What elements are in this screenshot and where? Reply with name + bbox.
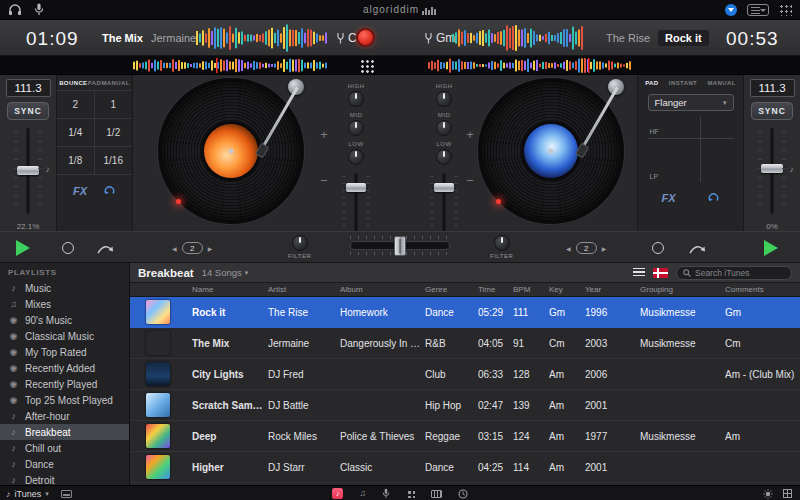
column-header-time[interactable]: Time [478, 285, 513, 294]
crossfader-track[interactable] [350, 241, 450, 250]
deck-b-cue-button[interactable] [688, 242, 706, 255]
cue-points-grid-icon[interactable] [360, 59, 374, 73]
deck-a-pitch-bend-minus[interactable]: − [318, 173, 330, 188]
loop-decrease-icon[interactable]: ◀ [172, 245, 177, 252]
deck-a-pitch-bend-plus[interactable]: + [318, 127, 330, 142]
status-badge-icon[interactable] [725, 4, 737, 16]
key-lock-icon[interactable]: ♪ [46, 164, 51, 174]
volume-fader-deck-a[interactable] [342, 173, 370, 231]
songs-icon[interactable]: ♫ [359, 489, 366, 498]
record-button[interactable] [356, 28, 375, 47]
deck-a-sync-button[interactable]: SYNC [7, 102, 49, 120]
deck-b-tab-manual[interactable]: MANUAL [707, 80, 735, 86]
sidebar-item-breakbeat[interactable]: ♪Breakbeat [0, 424, 129, 440]
bounce-pad-2[interactable]: 2 [57, 91, 95, 119]
sidebar-item-dance[interactable]: ♪Dance [0, 456, 129, 472]
search-input[interactable] [695, 268, 785, 278]
loop-decrease-icon[interactable]: ◀ [566, 245, 571, 252]
column-header-name[interactable]: Name [192, 285, 268, 294]
effect-xy-pad[interactable]: HF LP [648, 116, 734, 182]
table-row-deep[interactable]: DeepRock MilesPolice & ThievesReggae03:1… [130, 421, 800, 452]
deck-a-tab-pad[interactable]: PAD [88, 80, 101, 86]
sidebar-item-after-hour[interactable]: ♪After-hour [0, 408, 129, 424]
bounce-pad-1-4[interactable]: 1/4 [57, 119, 95, 147]
crossfader-handle[interactable] [394, 236, 406, 256]
deck-a-fx-button[interactable]: FX [73, 185, 87, 197]
sidebar-item-my-top-rated[interactable]: ◉My Top Rated [0, 344, 129, 360]
deck-b-play-button[interactable] [764, 240, 778, 256]
deck-a-tab-bounce[interactable]: BOUNCE [59, 80, 87, 86]
column-header-album[interactable]: Album [340, 285, 425, 294]
deck-b-record-toggle[interactable] [652, 242, 664, 254]
column-header-artist[interactable]: Artist [268, 285, 340, 294]
bounce-pad-1-16[interactable]: 1/16 [95, 147, 133, 175]
sidebar-item-chill-out[interactable]: ♪Chill out [0, 440, 129, 456]
sidebar-item-90-s-music[interactable]: ◉90's Music [0, 312, 129, 328]
slider-handle[interactable] [761, 164, 783, 173]
sidebar-item-recently-added[interactable]: ◉Recently Added [0, 360, 129, 376]
song-count-dropdown[interactable]: 14 Songs ▾ [202, 267, 249, 278]
more-options-icon[interactable] [779, 3, 792, 16]
column-header-grouping[interactable]: Grouping [640, 285, 725, 294]
table-row-city-lights[interactable]: City LightsDJ FredClub06:33128Am2006Am -… [130, 359, 800, 390]
table-row-scratch-sample[interactable]: Scratch SampleDJ BattleHip Hop02:47139Am… [130, 390, 800, 421]
slider-handle[interactable] [17, 166, 39, 175]
key-lock-icon[interactable]: ♪ [790, 164, 795, 174]
deck-a-live-waveform[interactable] [196, 24, 328, 52]
column-header-bpm[interactable]: BPM [513, 285, 549, 294]
deck-b-tab-instant[interactable]: INSTANT [669, 80, 697, 86]
deck-a-track-overview[interactable] [133, 58, 330, 73]
deck-b-fx-button[interactable]: FX [661, 192, 675, 204]
eq-high-knob-deck-a[interactable] [348, 91, 364, 107]
effect-selector[interactable]: Flanger ▾ [648, 94, 734, 111]
view-menu-icon[interactable] [747, 4, 769, 16]
loop-increase-icon[interactable]: ▶ [602, 245, 607, 252]
microphone-source-icon[interactable] [382, 488, 390, 499]
deck-a-record-toggle[interactable] [62, 242, 74, 254]
deck-b-sync-button[interactable]: SYNC [751, 102, 793, 120]
deck-b-key-badge[interactable]: Gm [424, 31, 455, 45]
list-view-icon[interactable] [633, 268, 645, 277]
deck-a-filter-knob[interactable] [292, 235, 308, 251]
sidebar-item-recently-played[interactable]: ◉Recently Played [0, 376, 129, 392]
bounce-pad-1-8[interactable]: 1/8 [57, 147, 95, 175]
deck-a-cue-button[interactable] [96, 242, 114, 255]
table-row-the-mix[interactable]: The MixJermaineDangerously In LoveR&B04:… [130, 328, 800, 359]
column-header-genre[interactable]: Genre [425, 285, 478, 294]
column-header-year[interactable]: Year [585, 285, 640, 294]
deck-b-tab-pad[interactable]: PAD [645, 80, 658, 86]
volume-fader-deck-b[interactable] [430, 173, 458, 231]
deck-b-tonearm[interactable] [608, 79, 628, 169]
history-clock-icon[interactable] [458, 489, 468, 499]
sidebar-item-detroit[interactable]: ♪Detroit [0, 472, 129, 485]
eq-low-knob-deck-b[interactable] [436, 149, 452, 165]
deck-b-pitch-bend-minus[interactable]: − [464, 173, 476, 188]
eq-mid-knob-deck-b[interactable] [436, 120, 452, 136]
sidebar-item-top-25-most-played[interactable]: ◉Top 25 Most Played [0, 392, 129, 408]
deck-b-live-waveform[interactable] [452, 24, 584, 52]
sampler-pads-icon[interactable] [406, 489, 415, 498]
deck-a-play-button[interactable] [16, 240, 30, 256]
deck-b-track-overview[interactable] [428, 58, 633, 73]
deck-b-tempo-slider[interactable] [757, 128, 787, 214]
deck-a-tab-manual[interactable]: MANUAL [101, 80, 129, 86]
deck-b-filter-knob[interactable] [494, 235, 510, 251]
sidebar-item-classical-music[interactable]: ◉Classical Music [0, 328, 129, 344]
column-header-key[interactable]: Key [549, 285, 585, 294]
eq-high-knob-deck-b[interactable] [436, 91, 452, 107]
fader-handle[interactable] [434, 183, 454, 192]
loop-icon[interactable] [103, 184, 116, 197]
layout-grid-icon[interactable] [783, 489, 792, 498]
deck-a-tonearm[interactable] [288, 79, 308, 169]
deck-b-loop-length[interactable]: 2 [576, 242, 597, 254]
column-header-comments[interactable]: Comments [725, 285, 800, 294]
table-row-higher[interactable]: HigherDJ StarrClassicDance04:25114Am2001 [130, 452, 800, 483]
music-app-icon[interactable]: ♪ [332, 488, 343, 499]
loop-icon[interactable] [707, 191, 720, 204]
eq-low-knob-deck-a[interactable] [348, 149, 364, 165]
loop-increase-icon[interactable]: ▶ [208, 245, 213, 252]
day-night-icon[interactable] [763, 489, 773, 499]
danish-flag-icon[interactable] [653, 268, 668, 278]
sidebar-item-mixes[interactable]: ♫Mixes [0, 296, 129, 312]
bounce-pad-1-2[interactable]: 1/2 [95, 119, 133, 147]
